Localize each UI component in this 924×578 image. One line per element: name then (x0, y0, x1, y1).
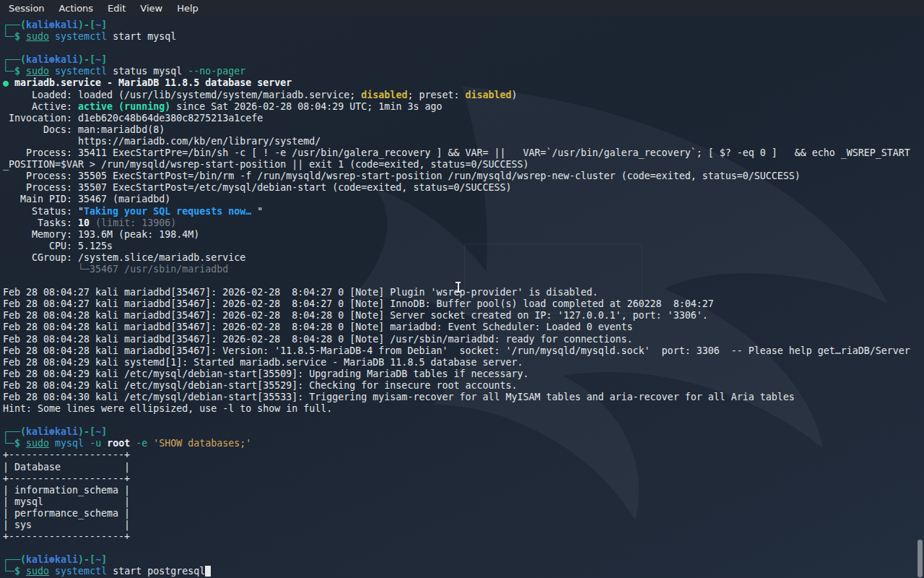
text-cursor-block (205, 566, 211, 577)
terminal-line: Process: 35505 ExecStartPost=/bin/rm -f … (3, 171, 924, 182)
terminal-window: Session Actions Edit View Help ┌──(kali⊛… (0, 0, 924, 578)
terminal-line: Invocation: d1eb620c48b64de380c8275213a1… (3, 113, 924, 124)
terminal-line (3, 43, 924, 54)
terminal-output[interactable]: ┌──(kali⊛kali)-[~]└─$ sudo systemctl sta… (0, 16, 924, 578)
terminal-line: Hint: Some lines were ellipsized, use -l… (3, 403, 924, 415)
terminal-line: Feb 28 08:04:28 kali mariadbd[35467]: 20… (3, 322, 924, 333)
terminal-line: | Database | (3, 462, 924, 473)
terminal-line: └─$ sudo systemctl start mysql (3, 31, 924, 43)
menu-actions[interactable]: Actions (53, 1, 100, 15)
terminal-line: Feb 28 08:04:28 kali mariadbd[35467]: Ve… (3, 345, 924, 357)
terminal-line: +--------------------+ (3, 473, 924, 485)
terminal-line: Feb 28 08:04:27 kali mariadbd[35467]: 20… (3, 298, 924, 310)
terminal-line: Feb 28 08:04:29 kali systemd[1]: Started… (3, 357, 924, 368)
terminal-line: Feb 28 08:04:30 kali /etc/mysql/debian-s… (3, 392, 924, 403)
terminal-line: https://mariadb.com/kb/en/library/system… (3, 136, 924, 147)
terminal-line: └─35467 /usr/sbin/mariadbd (3, 264, 924, 275)
terminal-line: +--------------------+ (3, 449, 924, 461)
terminal-line: ┌──(kali⊛kali)-[~] (3, 426, 924, 438)
terminal-line: └─$ sudo systemctl status mysql --no-pag… (3, 66, 924, 77)
terminal-line: Memory: 193.6M (peak: 198.4M) (3, 229, 924, 241)
terminal-line: Feb 28 08:04:28 kali mariadbd[35467]: 20… (3, 310, 924, 322)
terminal-line: Feb 28 08:04:29 kali /etc/mysql/debian-s… (3, 368, 924, 380)
terminal-line: ┌──(kali⊛kali)-[~] (3, 54, 924, 66)
terminal-line (3, 415, 924, 426)
terminal-line: Feb 28 08:04:27 kali mariadbd[35467]: 20… (3, 287, 924, 298)
terminal-line: | sys | (3, 519, 924, 531)
terminal-line: | mysql | (3, 496, 924, 508)
terminal-line: CGroup: /system.slice/mariadb.service (3, 252, 924, 264)
terminal-line: Docs: man:mariadbd(8) (3, 124, 924, 136)
terminal-line: Feb 28 08:04:29 kali /etc/mysql/debian-s… (3, 380, 924, 392)
terminal-line: └─$ sudo systemctl start postgresql (3, 566, 924, 577)
terminal-line: Process: 35411 ExecStartPre=/bin/sh -c [… (3, 147, 924, 159)
menu-help[interactable]: Help (171, 1, 204, 15)
terminal-line: Status: "Taking your SQL requests now… " (3, 206, 924, 217)
terminal-line (3, 275, 924, 287)
terminal-line: ┌──(kali⊛kali)-[~] (3, 554, 924, 566)
terminal-line: ● mariadb.service - MariaDB 11.8.5 datab… (3, 77, 924, 89)
terminal-line: ┌──(kali⊛kali)-[~] (3, 20, 924, 31)
menu-edit[interactable]: Edit (102, 1, 131, 15)
terminal-line: Process: 35507 ExecStartPost=/etc/mysql/… (3, 182, 924, 194)
terminal-line: Loaded: loaded (/usr/lib/systemd/system/… (3, 90, 924, 101)
terminal-line (3, 543, 924, 554)
terminal-line: └─$ sudo mysql -u root -e 'SHOW database… (3, 438, 924, 449)
menu-session[interactable]: Session (3, 1, 51, 15)
scrollbar-thumb[interactable] (918, 540, 923, 577)
terminal-line: Active: active (running) since Sat 2026-… (3, 101, 924, 113)
terminal-line: Main PID: 35467 (mariadbd) (3, 194, 924, 205)
terminal-line: CPU: 5.125s (3, 241, 924, 252)
terminal-line: | performance_schema | (3, 508, 924, 519)
menu-view[interactable]: View (134, 1, 168, 15)
terminal-line: Feb 28 08:04:28 kali mariadbd[35467]: 20… (3, 334, 924, 345)
terminal-line: +--------------------+ (3, 531, 924, 543)
terminal-line: Tasks: 10 (limit: 13906) (3, 217, 924, 229)
menu-bar: Session Actions Edit View Help (0, 0, 924, 16)
terminal-line: | information_schema | (3, 485, 924, 496)
terminal-line: _POSITION=$VAR > /run/mysqld/wsrep-start… (3, 159, 924, 171)
